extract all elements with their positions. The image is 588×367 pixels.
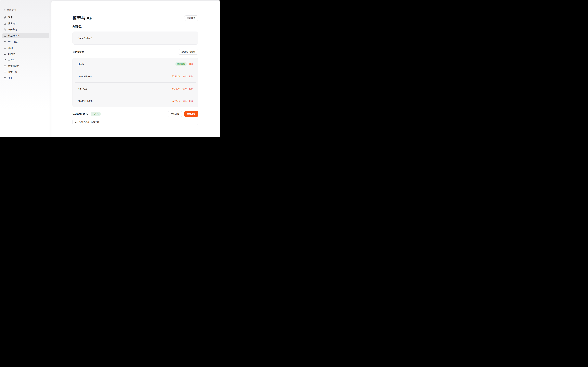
sidebar-item-label: 积分详情 [8,28,17,31]
gateway-url-input[interactable] [72,119,198,125]
sidebar-item-label: 工作区 [8,58,15,61]
builtin-models-card: Pony-Alpha-2 [72,32,198,45]
sidebar-item-label: 提交反馈 [8,71,17,74]
settings-window: 返回应用 通用 用量统计 积分详情 [0,0,220,137]
set-default-action[interactable]: 设为默认 [172,87,180,90]
back-label: 返回应用 [7,9,16,12]
set-default-action[interactable]: 设为默认 [172,75,180,78]
back-button[interactable]: 返回应用 [2,8,49,12]
sidebar-item-data-privacy[interactable]: 数据与隐私 [2,64,49,69]
bar-chart-icon [4,22,6,25]
gateway-url-label: Gateway URL [72,113,88,115]
model-row: qwen3.5-plus 设为默认 编辑 删除 [73,70,198,83]
message-square-plus-icon [4,71,6,73]
sidebar-item-im-channels[interactable]: IM 频道 [2,51,49,56]
message-square-icon [4,53,6,55]
model-name: glm-5 [78,63,84,66]
info-icon [4,77,6,79]
edit-action[interactable]: 编辑 [183,100,187,102]
edit-action[interactable]: 编辑 [189,63,193,66]
add-custom-model-button[interactable]: 添加自定义模型 [178,49,198,55]
sidebar-item-label: 关于 [8,77,13,80]
model-row: glm-5 当前选择 编辑 [73,58,198,70]
sidebar-item-label: 模型与 API [8,34,19,37]
sidebar-item-workspace[interactable]: 工作区 [2,58,49,63]
model-name: qwen3.5-plus [78,75,92,78]
sidebar-item-feedback[interactable]: 提交反馈 [2,70,49,75]
sidebar-item-label: 用量统计 [8,22,17,25]
arrow-left-icon [3,9,6,11]
reset-connection-button[interactable]: 重置连接 [184,111,198,117]
page-header: 模型与 API 重新连接 [72,15,198,21]
pencil-icon [4,16,6,19]
sidebar-item-credits[interactable]: 积分详情 [2,27,49,32]
custom-models-header: 自定义模型 添加自定义模型 [72,49,198,55]
edit-action[interactable]: 编辑 [183,87,187,90]
builtin-model-name: Pony-Alpha-2 [78,37,92,40]
sidebar-item-usage-stats[interactable]: 用量统计 [2,21,49,26]
set-default-action[interactable]: 设为默认 [172,100,180,102]
sidebar-nav: 通用 用量统计 积分详情 模型与 API [2,15,49,81]
current-selection-badge: 当前选择 [175,62,187,66]
sidebar-item-label: 技能 [8,46,13,49]
connected-status-badge: 已连接 [91,112,101,116]
builtin-models-heading: 内置模型 [72,25,198,28]
sidebar-item-models-api[interactable]: 模型与 API [2,33,49,38]
gateway-section: Gateway URL 已连接 重新连接 重置连接 [72,111,198,117]
custom-models-heading: 自定义模型 [72,50,84,53]
sidebar-item-about[interactable]: 关于 [2,76,49,81]
reconnect-button[interactable]: 重新连接 [168,111,182,117]
custom-models-card: glm-5 当前选择 编辑 qwen3.5-plus 设为默认 编辑 删除 [72,58,198,107]
page-title: 模型与 API [72,15,94,21]
main-panel: 模型与 API 重新连接 内置模型 Pony-Alpha-2 自定义模型 添加自… [51,0,220,137]
sidebar-item-label: MCP 服务 [8,40,18,43]
delete-action[interactable]: 删除 [189,75,193,78]
sidebar-item-mcp[interactable]: MCP 服务 [2,39,49,44]
shield-icon [4,65,6,67]
model-name: MiniMax-M2.5 [78,100,93,102]
delete-action[interactable]: 删除 [189,100,193,102]
edit-action[interactable]: 编辑 [183,75,187,78]
sidebar-item-label: 数据与隐私 [8,65,19,68]
book-open-icon [4,47,6,49]
sidebar-item-label: 通用 [8,16,13,19]
model-name: kimi-k2.5 [78,87,87,90]
cpu-icon [4,34,6,37]
sidebar: 返回应用 通用 用量统计 积分详情 [0,0,51,137]
folder-icon [4,59,6,61]
sidebar-item-skills[interactable]: 技能 [2,45,49,50]
sidebar-item-label: IM 频道 [8,52,16,55]
sidebar-item-general[interactable]: 通用 [2,15,49,20]
coins-icon [4,28,6,31]
model-row: kimi-k2.5 设为默认 编辑 删除 [73,83,198,95]
model-row: MiniMax-M2.5 设为默认 编辑 删除 [73,95,198,107]
delete-action[interactable]: 删除 [189,87,193,90]
reconnect-button-top[interactable]: 重新连接 [184,16,198,21]
plug-icon [4,41,6,43]
